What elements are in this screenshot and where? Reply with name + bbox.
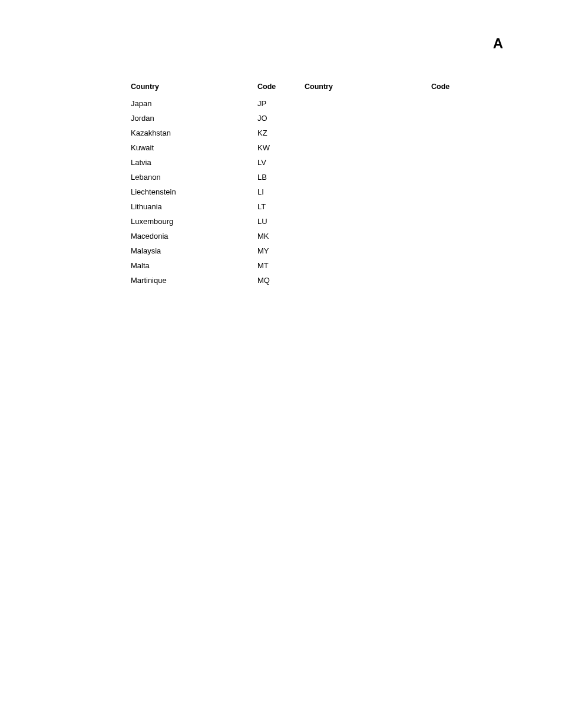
header-code: Code: [257, 83, 287, 91]
country-name: Latvia: [131, 158, 249, 167]
country-name: Luxembourg: [131, 217, 249, 226]
country-code-table: Country Code JapanJPJordanJOKazakhstanKZ…: [131, 83, 461, 291]
table-row: LatviaLV: [131, 158, 287, 167]
country-name: Kazakhstan: [131, 129, 249, 137]
table-header-row: Country Code: [131, 83, 287, 91]
country-code: LB: [257, 173, 287, 182]
table-row: JordanJO: [131, 114, 287, 123]
country-code: LV: [257, 158, 287, 167]
country-name: Jordan: [131, 114, 249, 123]
country-code: LI: [257, 187, 287, 196]
header-country: Country: [305, 83, 422, 91]
country-name: Liechtenstein: [131, 187, 249, 196]
country-code: MQ: [257, 276, 287, 285]
table-row: MaltaMT: [131, 261, 287, 270]
table-row: LiechtensteinLI: [131, 187, 287, 196]
country-name: Lithuania: [131, 202, 249, 211]
table-header-row: Country Code: [305, 83, 461, 91]
country-name: Kuwait: [131, 143, 249, 152]
country-code: KZ: [257, 129, 287, 137]
country-code: JO: [257, 114, 287, 123]
country-code: MT: [257, 261, 287, 270]
right-column: Country Code: [305, 83, 461, 291]
country-name: Martinique: [131, 276, 249, 285]
table-row: LebanonLB: [131, 173, 287, 182]
country-code: KW: [257, 143, 287, 152]
country-code: JP: [257, 99, 287, 108]
header-code: Code: [431, 83, 461, 91]
country-name: Japan: [131, 99, 249, 108]
table-row: KazakhstanKZ: [131, 129, 287, 137]
country-name: Malta: [131, 261, 249, 270]
country-name: Lebanon: [131, 173, 249, 182]
header-country: Country: [131, 83, 249, 91]
country-code: LU: [257, 217, 287, 226]
table-row: MartiniqueMQ: [131, 276, 287, 285]
country-code: MY: [257, 246, 287, 255]
table-row: KuwaitKW: [131, 143, 287, 152]
table-row: LuxembourgLU: [131, 217, 287, 226]
table-row: MalaysiaMY: [131, 246, 287, 255]
page-header-letter: A: [493, 35, 503, 52]
country-code: MK: [257, 232, 287, 241]
country-code: LT: [257, 202, 287, 211]
country-name: Malaysia: [131, 246, 249, 255]
table-row: MacedoniaMK: [131, 232, 287, 241]
table-row: LithuaniaLT: [131, 202, 287, 211]
left-column: Country Code JapanJPJordanJOKazakhstanKZ…: [131, 83, 287, 291]
table-row: JapanJP: [131, 99, 287, 108]
country-name: Macedonia: [131, 232, 249, 241]
